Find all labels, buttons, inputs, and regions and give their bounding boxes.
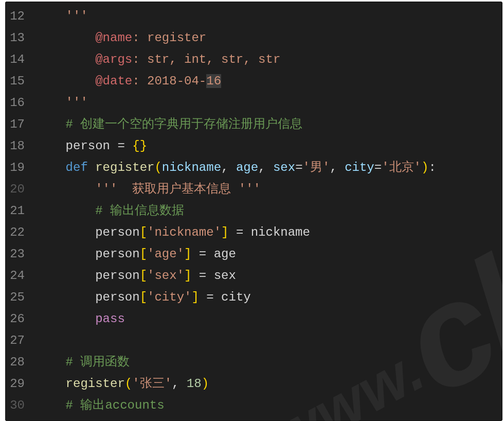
indent: [36, 52, 95, 66]
indent: [36, 269, 95, 283]
code-token: ]: [184, 247, 191, 261]
code-token: ]: [221, 225, 228, 239]
code-token: =: [199, 290, 221, 304]
code-line[interactable]: pass: [36, 308, 502, 330]
code-token: ''': [66, 9, 88, 23]
code-line[interactable]: # 输出信息数据: [36, 200, 502, 222]
code-token: pass: [95, 312, 125, 326]
code-token: ): [202, 377, 209, 391]
code-token: ]: [191, 290, 199, 304]
code-token: person: [95, 225, 139, 239]
line-number: 18: [8, 135, 25, 157]
code-token: sex: [273, 161, 295, 174]
code-token: city: [345, 161, 374, 174]
line-number: 27: [8, 330, 25, 352]
indent: [36, 161, 66, 174]
code-token: city: [221, 290, 251, 304]
code-token: 'age': [147, 247, 184, 261]
code-token: {}: [132, 139, 147, 153]
code-token: register: [95, 161, 154, 174]
indent: [36, 225, 95, 239]
code-token: 18: [187, 377, 202, 391]
indent: [36, 377, 66, 391]
code-token: 'nickname': [147, 225, 221, 239]
code-token: # 创建一个空的字典用于存储注册用户信息: [66, 117, 303, 131]
code-token: ,: [258, 161, 273, 174]
code-token: register: [66, 377, 125, 391]
code-line[interactable]: # 调用函数: [36, 352, 502, 373]
code-token: # 输出accounts: [66, 398, 165, 412]
line-number: 14: [8, 49, 25, 71]
code-line[interactable]: person['nickname'] = nickname: [36, 222, 502, 243]
code-editor[interactable]: 12131415161718192021222324252627282930 '…: [5, 2, 502, 421]
line-number: 24: [8, 265, 25, 287]
code-token: =: [191, 269, 213, 283]
code-token: nickname: [251, 225, 310, 239]
code-line[interactable]: def register(nickname, age, sex='男', cit…: [36, 157, 502, 179]
code-line[interactable]: register('张三', 18): [36, 373, 502, 395]
line-number: 30: [8, 395, 25, 416]
code-token: =: [228, 225, 250, 239]
code-line[interactable]: [36, 330, 502, 352]
indent: [36, 74, 95, 88]
code-token: (: [154, 161, 161, 174]
line-number: 26: [8, 308, 25, 330]
code-token: '张三': [132, 377, 172, 391]
code-token: ''' 获取用户基本信息 ''': [95, 182, 261, 196]
code-token: [: [140, 269, 147, 283]
code-token: def: [66, 161, 96, 174]
code-line[interactable]: person['sex'] = sex: [36, 265, 502, 287]
indent: [36, 398, 66, 412]
code-token: =: [374, 161, 382, 174]
code-token: ''': [66, 96, 88, 110]
code-token: [: [140, 247, 147, 261]
code-token: [: [140, 290, 147, 304]
indent: [36, 9, 66, 23]
line-number: 21: [8, 200, 25, 222]
line-number: 12: [8, 6, 25, 27]
code-line[interactable]: person['city'] = city: [36, 287, 502, 308]
indent: [36, 355, 66, 369]
code-line[interactable]: # 创建一个空的字典用于存储注册用户信息: [36, 114, 502, 135]
code-line[interactable]: @name: register: [36, 27, 502, 49]
line-number: 15: [8, 71, 25, 92]
code-token: 'city': [147, 290, 191, 304]
code-token: =: [295, 161, 302, 174]
code-token: : 2018-04-: [132, 74, 206, 88]
indent: [36, 204, 95, 218]
code-token: ): [421, 161, 428, 174]
line-number: 23: [8, 243, 25, 265]
code-line[interactable]: person = {}: [36, 135, 502, 157]
code-token: ,: [221, 161, 236, 174]
code-token: =: [117, 139, 132, 153]
code-line[interactable]: person['age'] = age: [36, 243, 502, 265]
code-token: [: [140, 225, 147, 239]
code-content[interactable]: ''' @name: register @args: str, int, str…: [30, 2, 502, 421]
indent: [36, 290, 95, 304]
line-number-gutter: 12131415161718192021222324252627282930: [5, 2, 30, 421]
code-token: @args: [95, 52, 132, 66]
code-token: @name: [95, 31, 132, 45]
code-token: 16: [206, 74, 221, 88]
code-line[interactable]: # 输出accounts: [36, 395, 502, 416]
code-line[interactable]: ''': [36, 92, 502, 114]
code-token: sex: [214, 269, 236, 283]
code-token: @date: [95, 74, 132, 88]
indent: [36, 139, 66, 153]
code-line[interactable]: @args: str, int, str, str: [36, 49, 502, 71]
code-token: ]: [184, 269, 191, 283]
code-token: (: [125, 377, 132, 391]
indent: [36, 247, 95, 261]
code-line[interactable]: @date: 2018-04-16: [36, 71, 502, 92]
code-line[interactable]: ''' 获取用户基本信息 ''': [36, 179, 502, 200]
code-token: : register: [132, 31, 206, 45]
code-token: '北京': [382, 161, 421, 174]
indent: [36, 312, 95, 326]
code-line[interactable]: ''': [36, 6, 502, 27]
code-token: person: [66, 139, 118, 153]
code-token: person: [95, 290, 139, 304]
line-number: 20: [8, 179, 25, 200]
indent: [36, 117, 66, 131]
code-token: age: [214, 247, 236, 261]
code-token: # 调用函数: [66, 355, 130, 369]
